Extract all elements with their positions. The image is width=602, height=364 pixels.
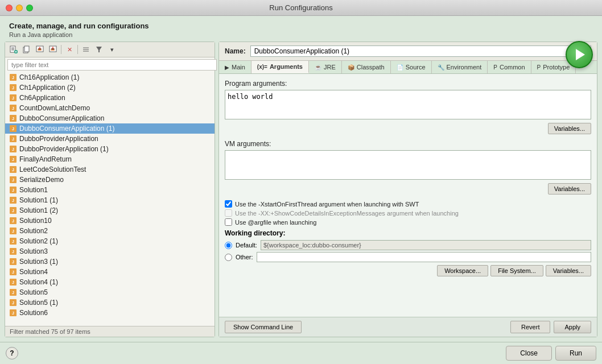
config-item[interactable]: JSolution2 (1): [5, 236, 215, 246]
config-item-label: SerializeDemo: [19, 176, 64, 184]
name-input[interactable]: [250, 46, 591, 57]
tab-common[interactable]: PCommon: [488, 61, 531, 73]
import-config-button[interactable]: 📥: [47, 44, 59, 55]
run-icon-button[interactable]: [566, 41, 593, 68]
show-command-line-button[interactable]: Show Command Line: [225, 321, 302, 333]
export-config-button[interactable]: 📤: [34, 44, 46, 55]
tabs-row: ▶Main(x)=Arguments☕JRE📦Classpath📄Source🔧…: [219, 61, 597, 74]
other-dir-row: Other:: [225, 252, 591, 262]
tab-source[interactable]: 📄Source: [391, 61, 432, 73]
config-item[interactable]: JCountDownLatchDemo: [5, 103, 215, 113]
window-controls[interactable]: [6, 5, 33, 11]
classpath-tab-icon: 📦: [348, 64, 354, 71]
showcode-checkbox[interactable]: [225, 209, 232, 217]
new-config-button[interactable]: [7, 44, 20, 55]
config-item[interactable]: JSerializeDemo: [5, 175, 215, 185]
java-icon: J: [10, 258, 17, 265]
duplicate-config-button[interactable]: [20, 44, 33, 55]
run-button[interactable]: Run: [555, 346, 596, 361]
workspace-button[interactable]: Workspace...: [437, 265, 488, 276]
config-item-label: Solution4 (1): [19, 278, 58, 286]
tab-main[interactable]: ▶Main: [219, 61, 251, 73]
svg-text:📥: 📥: [51, 47, 55, 51]
java-icon: J: [10, 84, 17, 91]
config-item-label: DubboConsumerApplication (1): [19, 125, 114, 133]
config-item[interactable]: JDubboConsumerApplication: [5, 113, 215, 123]
run-icon-container[interactable]: [566, 41, 593, 68]
name-row: Name:: [219, 42, 597, 61]
config-item[interactable]: JSolution1 (1): [5, 195, 215, 205]
vm-args-variables-button[interactable]: Variables...: [548, 183, 591, 195]
config-item[interactable]: JSolution10: [5, 216, 215, 226]
config-item[interactable]: JDubboProviderApplication: [5, 134, 215, 144]
other-dir-input[interactable]: [257, 252, 591, 262]
delete-config-button[interactable]: ✕: [63, 44, 76, 55]
program-args-section: Program arguments: hello world Variables…: [225, 80, 591, 134]
config-item[interactable]: JSolution4 (1): [5, 277, 215, 287]
java-icon: J: [10, 248, 17, 255]
config-item[interactable]: JSolution5: [5, 287, 215, 297]
file-system-button[interactable]: File System...: [490, 265, 543, 276]
java-icon: J: [10, 279, 17, 286]
default-dir-radio[interactable]: [225, 242, 232, 249]
apply-button[interactable]: Apply: [554, 321, 591, 333]
config-item[interactable]: JSolution6: [5, 308, 215, 318]
minimize-window-button[interactable]: [16, 5, 23, 11]
config-item[interactable]: JSolution5 (1): [5, 297, 215, 308]
bottom-bar: Show Command Line Revert Apply: [219, 317, 597, 337]
config-item[interactable]: JCh16Application (1): [5, 72, 215, 82]
java-icon: J: [10, 125, 17, 132]
java-icon: J: [10, 289, 17, 296]
tab-jre[interactable]: ☕JRE: [309, 61, 342, 73]
config-list: JCh16Application (1)JCh1Application (2)J…: [5, 72, 215, 326]
left-toolbar: 📤 📥 ✕ ▾: [5, 42, 215, 57]
other-dir-radio[interactable]: [225, 254, 232, 261]
config-item[interactable]: JDubboConsumerApplication (1): [5, 123, 215, 134]
java-icon: J: [10, 146, 17, 152]
config-item[interactable]: JCh6Application: [5, 93, 215, 103]
config-item[interactable]: JSolution4: [5, 267, 215, 277]
config-item-label: DubboConsumerApplication: [19, 114, 104, 122]
program-args-input[interactable]: hello world: [225, 90, 591, 119]
wd-variables-button[interactable]: Variables...: [546, 265, 591, 276]
argfile-checkbox[interactable]: [225, 218, 232, 226]
config-item[interactable]: JDubboProviderApplication (1): [5, 144, 215, 154]
filter-button[interactable]: [93, 44, 105, 55]
java-icon: J: [10, 135, 17, 142]
toolbar-separator2: [77, 45, 78, 54]
config-item-label: DubboProviderApplication (1): [19, 145, 109, 153]
default-dir-label: Default:: [236, 242, 257, 249]
config-item[interactable]: JLeetCodeSolutionTest: [5, 164, 215, 175]
config-item[interactable]: JFinallyAndReturn: [5, 154, 215, 164]
config-item[interactable]: JSolution1 (2): [5, 205, 215, 216]
config-item-label: Solution6: [19, 309, 48, 317]
config-item[interactable]: JSolution3: [5, 246, 215, 257]
program-args-variables-button[interactable]: Variables...: [548, 123, 591, 134]
config-item[interactable]: JCh1Application (2): [5, 82, 215, 93]
help-button[interactable]: ?: [6, 347, 18, 359]
java-icon: J: [10, 217, 17, 224]
argfile-checkbox-row: Use @argfile when launching: [225, 218, 591, 226]
xstart-checkbox[interactable]: [225, 200, 232, 208]
vm-args-input[interactable]: [225, 150, 591, 180]
tab-classpath[interactable]: 📦Classpath: [342, 61, 391, 73]
java-icon: J: [10, 309, 17, 316]
filter-dropdown-button[interactable]: ▾: [106, 44, 118, 55]
tab-arguments[interactable]: (x)=Arguments: [251, 61, 309, 73]
config-item[interactable]: JSolution1: [5, 185, 215, 195]
revert-button[interactable]: Revert: [510, 321, 550, 333]
config-item[interactable]: JSolution3 (1): [5, 257, 215, 267]
environment-tab-label: Environment: [447, 64, 482, 71]
close-button[interactable]: Close: [506, 346, 552, 361]
arguments-tab-label: Arguments: [270, 63, 303, 70]
footer-bar: ? Close Run: [0, 342, 602, 364]
source-tab-icon: 📄: [397, 64, 403, 71]
config-item-label: Solution10: [19, 217, 52, 225]
filter-input[interactable]: [7, 59, 217, 71]
maximize-window-button[interactable]: [26, 5, 33, 11]
close-window-button[interactable]: [6, 5, 13, 11]
config-item[interactable]: JSolution2: [5, 226, 215, 236]
collapse-all-button[interactable]: [80, 44, 92, 55]
config-item-label: FinallyAndReturn: [19, 155, 72, 163]
tab-environment[interactable]: 🔧Environment: [432, 61, 488, 73]
